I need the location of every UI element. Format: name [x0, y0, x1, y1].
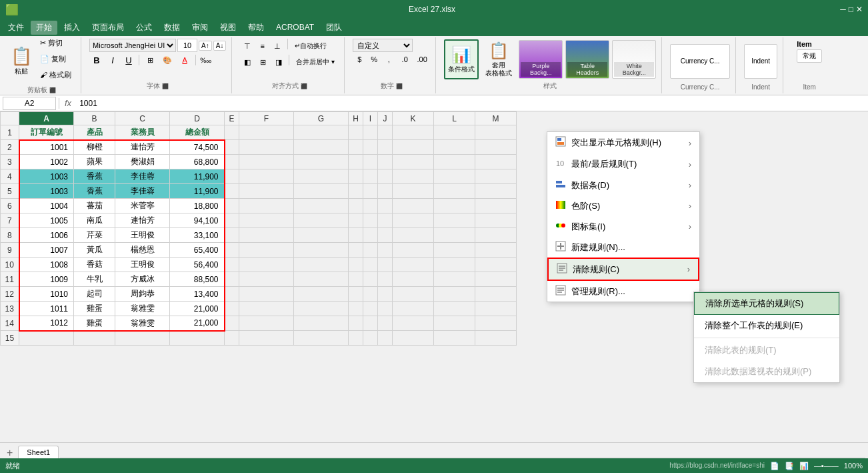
cell-k10[interactable] [393, 258, 434, 272]
cell-e10[interactable] [225, 258, 239, 272]
font-size-input[interactable] [177, 39, 197, 52]
font-color-btn[interactable]: A [177, 53, 193, 67]
cell-m14[interactable] [475, 316, 517, 331]
menu-help[interactable]: 帮助 [243, 21, 269, 35]
cell-b4[interactable]: 香蕉 [74, 169, 115, 184]
cell-a4[interactable]: 1003 [19, 169, 74, 184]
cell-g14[interactable] [294, 316, 349, 331]
row-num-6[interactable]: 6 [1, 199, 19, 213]
cell-l4[interactable] [434, 169, 475, 184]
cell-k2[interactable] [393, 140, 434, 155]
cell-b9[interactable]: 黃瓜 [74, 243, 115, 258]
cell-g10[interactable] [294, 258, 349, 272]
cell-e6[interactable] [225, 199, 239, 213]
cell-f12[interactable] [239, 287, 294, 302]
cell-h13[interactable] [349, 302, 363, 316]
underline-btn[interactable]: U [121, 53, 136, 67]
menu-home[interactable]: 开始 [31, 21, 57, 35]
cell-f3[interactable] [239, 155, 294, 169]
cell-j15[interactable] [378, 331, 393, 346]
cell-b10[interactable]: 香菇 [74, 258, 115, 272]
cf-highlight-rules[interactable]: 突出显示单元格规则(H) › [547, 132, 699, 153]
cell-m10[interactable] [475, 258, 517, 272]
cf-iconset[interactable]: 图标集(I) › [547, 216, 699, 237]
clear-whole-sheet[interactable]: 清除整个工作表的规则(E) [694, 315, 839, 336]
cell-k3[interactable] [393, 155, 434, 169]
cell-e1[interactable] [225, 125, 239, 140]
cell-j5[interactable] [378, 184, 393, 199]
cell-b1[interactable]: 產品 [74, 125, 115, 140]
cell-b14[interactable]: 雞蛋 [74, 316, 115, 331]
cell-g6[interactable] [294, 199, 349, 213]
cell-c4[interactable]: 李佳蓉 [115, 169, 170, 184]
cell-l7[interactable] [434, 213, 475, 228]
cell-a7[interactable]: 1005 [19, 213, 74, 228]
cell-c10[interactable]: 王明俊 [115, 258, 170, 272]
name-box[interactable] [3, 97, 56, 110]
cell-j14[interactable] [378, 316, 393, 331]
cell-k1[interactable] [393, 125, 434, 140]
cell-g2[interactable] [294, 140, 349, 155]
row-num-7[interactable]: 7 [1, 213, 19, 228]
cell-f11[interactable] [239, 272, 294, 287]
cell-f8[interactable] [239, 228, 294, 243]
col-header-d[interactable]: D [170, 112, 225, 125]
cell-a14[interactable]: 1012 [19, 316, 74, 331]
menu-team[interactable]: 团队 [321, 21, 347, 35]
cell-m12[interactable] [475, 287, 517, 302]
row-num-2[interactable]: 2 [1, 140, 19, 155]
cell-e15[interactable] [225, 331, 239, 346]
cell-h10[interactable] [349, 258, 363, 272]
cell-j4[interactable] [378, 169, 393, 184]
wrap-text-btn[interactable]: ↵自动换行 [291, 39, 331, 53]
maximize-btn[interactable]: □ [849, 5, 853, 14]
merge-center-btn[interactable]: 合并后居中 ▾ [292, 55, 339, 69]
cell-c8[interactable]: 王明俊 [115, 228, 170, 243]
cell-i4[interactable] [363, 169, 378, 184]
cell-e13[interactable] [225, 302, 239, 316]
cell-e3[interactable] [225, 155, 239, 169]
cell-l2[interactable] [434, 140, 475, 155]
cell-d15[interactable] [170, 331, 225, 346]
cell-m2[interactable] [475, 140, 517, 155]
cell-c13[interactable]: 翁雅雯 [115, 302, 170, 316]
col-header-k[interactable]: K [393, 112, 434, 125]
cell-g12[interactable] [294, 287, 349, 302]
col-header-c[interactable]: C [115, 112, 170, 125]
cell-k5[interactable] [393, 184, 434, 199]
row-num-3[interactable]: 3 [1, 155, 19, 169]
cell-a10[interactable]: 1008 [19, 258, 74, 272]
cell-g13[interactable] [294, 302, 349, 316]
cell-l14[interactable] [434, 316, 475, 331]
cell-g4[interactable] [294, 169, 349, 184]
cell-e9[interactable] [225, 243, 239, 258]
cf-new-rule[interactable]: 新建规则(N)... [547, 237, 699, 258]
cell-j10[interactable] [378, 258, 393, 272]
cell-c14[interactable]: 翁雅雯 [115, 316, 170, 331]
item-style-btn[interactable]: 常规 [797, 49, 822, 63]
cell-a5[interactable]: 1003 [19, 184, 74, 199]
cell-k8[interactable] [393, 228, 434, 243]
cell-i15[interactable] [363, 331, 378, 346]
cut-btn[interactable]: ✂ 剪切 [36, 37, 75, 52]
cell-j2[interactable] [378, 140, 393, 155]
cell-h6[interactable] [349, 199, 363, 213]
cell-f7[interactable] [239, 213, 294, 228]
cell-j13[interactable] [378, 302, 393, 316]
col-header-b[interactable]: B [74, 112, 115, 125]
minimize-btn[interactable]: ─ [840, 5, 846, 14]
cell-a1[interactable]: 訂單編號 [19, 125, 74, 140]
cell-b7[interactable]: 南瓜 [74, 213, 115, 228]
conditional-format-btn[interactable]: 📊 条件格式 [444, 39, 479, 79]
cell-h7[interactable] [349, 213, 363, 228]
purple-style-box[interactable]: Purple Backg... [519, 40, 563, 79]
increase-font-btn[interactable]: A↑ [199, 41, 212, 51]
cell-h4[interactable] [349, 169, 363, 184]
menu-view[interactable]: 视图 [215, 21, 241, 35]
cell-l10[interactable] [434, 258, 475, 272]
cell-f5[interactable] [239, 184, 294, 199]
close-btn[interactable]: ✕ [856, 5, 863, 14]
row-num-10[interactable]: 10 [1, 258, 19, 272]
cell-l15[interactable] [434, 331, 475, 346]
cell-i10[interactable] [363, 258, 378, 272]
